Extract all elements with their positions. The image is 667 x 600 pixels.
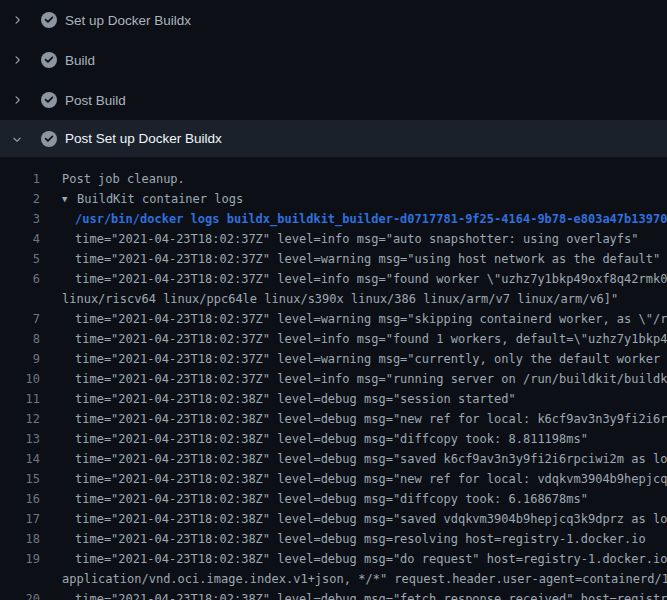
log-text[interactable]: ▼BuildKit container logs [62,189,243,209]
log-row: time="2021-04-23T18:02:38Z" level=debug … [62,489,588,509]
log-row: time="2021-04-23T18:02:38Z" level=debug … [62,449,667,469]
actions-log-viewer: Set up Docker BuildxBuildPost BuildPost … [0,0,667,600]
log-text: time="2021-04-23T18:02:38Z" level=debug … [62,429,588,449]
log-row: time="2021-04-23T18:02:38Z" level=debug … [62,529,646,549]
log-row: time="2021-04-23T18:02:38Z" level=debug … [62,429,588,449]
log-text: time="2021-04-23T18:02:38Z" level=debug … [62,389,516,409]
log-text: time="2021-04-23T18:02:38Z" level=debug … [62,449,667,469]
step-list: Set up Docker BuildxBuildPost BuildPost … [0,0,667,157]
log-row: time="2021-04-23T18:02:38Z" level=debug … [62,549,667,569]
line-number-link[interactable]: 4 [0,229,40,249]
log-text: time="2021-04-23T18:02:38Z" level=debug … [62,409,667,429]
log-line: 3/usr/bin/docker logs buildx_buildkit_bu… [0,209,667,229]
step-header-post-set-up-docker-buildx[interactable]: Post Set up Docker Buildx [0,120,667,157]
log-text: time="2021-04-23T18:02:38Z" level=debug … [62,469,667,489]
log-text: time="2021-04-23T18:02:38Z" level=debug … [62,489,588,509]
log-row: time="2021-04-23T18:02:37Z" level=warnin… [62,249,660,269]
line-number-link[interactable]: 17 [0,509,40,529]
log-text: time="2021-04-23T18:02:37Z" level=info m… [62,369,667,389]
log-line: 10time="2021-04-23T18:02:37Z" level=info… [0,369,667,389]
group-toggle-icon[interactable]: ▼ [62,189,77,209]
log-command-text: /usr/bin/docker logs buildx_buildkit_bui… [62,209,667,229]
log-row: time="2021-04-23T18:02:37Z" level=info m… [62,229,639,249]
log-row: time="2021-04-23T18:02:38Z" level=debug … [62,509,667,529]
log-line: 8time="2021-04-23T18:02:37Z" level=info … [0,329,667,349]
check-circle-icon [41,12,57,28]
log-row-continuation: linux/riscv64 linux/ppc64le linux/s390x … [62,289,667,309]
log-line: 16time="2021-04-23T18:02:38Z" level=debu… [0,489,667,509]
log-text: time="2021-04-23T18:02:37Z" level=warnin… [62,249,660,269]
log-line: 5time="2021-04-23T18:02:37Z" level=warni… [0,249,667,269]
log-text: time="2021-04-23T18:02:38Z" level=debug … [62,509,667,529]
check-circle-icon [41,52,57,68]
step-label: Post Build [65,93,126,108]
line-number-link[interactable]: 5 [0,249,40,269]
step-header-set-up-docker-buildx[interactable]: Set up Docker Buildx [0,0,667,40]
log-line: 12time="2021-04-23T18:02:38Z" level=debu… [0,409,667,429]
line-number-link[interactable]: 11 [0,389,40,409]
log-row: /usr/bin/docker logs buildx_buildkit_bui… [62,209,667,229]
log-line: 6time="2021-04-23T18:02:37Z" level=info … [0,269,667,309]
line-number-link[interactable]: 6 [0,269,40,309]
log-row: time="2021-04-23T18:02:38Z" level=debug … [62,409,667,429]
log-line: 20time="2021-04-23T18:02:38Z" level=debu… [0,589,667,600]
log-row: time="2021-04-23T18:02:38Z" level=debug … [62,589,667,600]
line-number-link[interactable]: 13 [0,429,40,449]
line-number-link[interactable]: 1 [0,169,40,189]
log-line: 15time="2021-04-23T18:02:38Z" level=debu… [0,469,667,489]
log-line: 17time="2021-04-23T18:02:38Z" level=debu… [0,509,667,529]
step-label: Set up Docker Buildx [65,13,191,28]
log-line: 2▼BuildKit container logs [0,189,667,209]
log-row: time="2021-04-23T18:02:37Z" level=info m… [62,369,667,389]
log-line: 7time="2021-04-23T18:02:37Z" level=warni… [0,309,667,329]
step-header-build[interactable]: Build [0,40,667,80]
log-row: time="2021-04-23T18:02:38Z" level=debug … [62,389,516,409]
log-text: time="2021-04-23T18:02:37Z" level=info m… [62,329,667,349]
step-label: Build [65,53,95,68]
line-number-link[interactable]: 9 [0,349,40,369]
log-line: 1Post job cleanup. [0,169,667,189]
log-row: time="2021-04-23T18:02:37Z" level=info m… [62,269,667,289]
step-header-post-build[interactable]: Post Build [0,80,667,120]
log-row-continuation: application/vnd.oci.image.index.v1+json,… [62,569,667,589]
log-text: Post job cleanup. [62,169,185,189]
log-line: 4time="2021-04-23T18:02:37Z" level=info … [0,229,667,249]
log-row: ▼BuildKit container logs [62,189,243,209]
check-circle-icon [41,92,57,108]
log-text: time="2021-04-23T18:02:37Z" level=info m… [62,269,667,309]
log-text: time="2021-04-23T18:02:37Z" level=info m… [62,229,639,249]
group-title: BuildKit container logs [77,192,243,206]
line-number-link[interactable]: 3 [0,209,40,229]
line-number-link[interactable]: 18 [0,529,40,549]
line-number-link[interactable]: 14 [0,449,40,469]
line-number-link[interactable]: 19 [0,549,40,589]
log-panel: 1Post job cleanup.2▼BuildKit container l… [0,157,667,600]
line-number-link[interactable]: 12 [0,409,40,429]
chevron-right-icon [10,53,24,67]
chevron-down-icon [10,132,24,146]
line-number-link[interactable]: 10 [0,369,40,389]
log-text: time="2021-04-23T18:02:38Z" level=debug … [62,549,667,589]
log-row: time="2021-04-23T18:02:38Z" level=debug … [62,469,667,489]
line-number-link[interactable]: 7 [0,309,40,329]
line-number-link[interactable]: 16 [0,489,40,509]
line-number-link[interactable]: 20 [0,589,40,600]
log-line: 18time="2021-04-23T18:02:38Z" level=debu… [0,529,667,549]
line-number-link[interactable]: 8 [0,329,40,349]
chevron-right-icon [10,93,24,107]
log-text: time="2021-04-23T18:02:38Z" level=debug … [62,589,667,600]
line-number-link[interactable]: 2 [0,189,40,209]
log-text: time="2021-04-23T18:02:38Z" level=debug … [62,529,646,549]
log-text: time="2021-04-23T18:02:37Z" level=warnin… [62,349,667,369]
log-row: time="2021-04-23T18:02:37Z" level=warnin… [62,349,667,369]
log-line: 13time="2021-04-23T18:02:38Z" level=debu… [0,429,667,449]
log-row: time="2021-04-23T18:02:37Z" level=warnin… [62,309,667,329]
log-line: 14time="2021-04-23T18:02:38Z" level=debu… [0,449,667,469]
log-line: 9time="2021-04-23T18:02:37Z" level=warni… [0,349,667,369]
line-number-link[interactable]: 15 [0,469,40,489]
log-line: 11time="2021-04-23T18:02:38Z" level=debu… [0,389,667,409]
check-circle-icon [41,131,57,147]
log-row: time="2021-04-23T18:02:37Z" level=info m… [62,329,667,349]
chevron-right-icon [10,13,24,27]
log-row: Post job cleanup. [62,169,185,189]
